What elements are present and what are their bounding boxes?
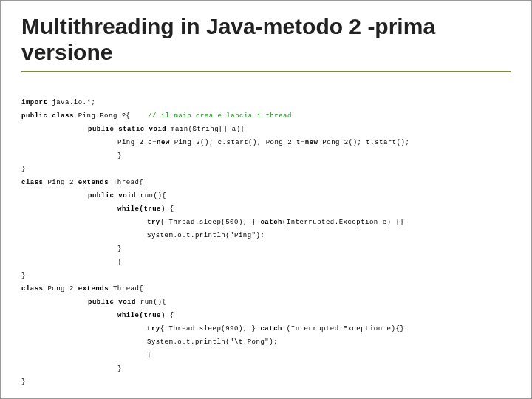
- txt: {: [166, 312, 174, 319]
- txt: run(){: [136, 192, 166, 200]
- kw-import: import: [21, 99, 47, 106]
- kw-public-class: public class: [21, 112, 74, 120]
- txt: Ping.Pong 2{: [74, 112, 131, 120]
- txt: System.out.println("Ping");: [21, 229, 265, 242]
- kw-extends: extends: [78, 179, 109, 186]
- txt: {: [166, 205, 174, 213]
- txt: { Thread.sleep(990); }: [160, 325, 261, 332]
- txt: System.out.println("\t.Pong");: [21, 335, 278, 349]
- txt: Ping 2 c=: [117, 139, 157, 146]
- txt: }: [21, 272, 26, 279]
- kw-new: new: [305, 139, 318, 146]
- kw-while: while(true): [117, 312, 166, 319]
- kw-public-void: public void: [88, 299, 136, 306]
- kw-catch: catch: [260, 325, 282, 332]
- txt: Thread{: [109, 179, 143, 186]
- kw-public-void: public void: [88, 192, 136, 200]
- kw-class: class: [21, 179, 44, 186]
- code-block: import java.io.*; public class Ping.Pong…: [21, 83, 511, 399]
- kw-catch: catch: [260, 219, 282, 226]
- txt: }: [21, 378, 26, 386]
- comment: // il main crea e lancia i thread: [148, 112, 292, 120]
- txt: Pong 2(); t.start();: [318, 139, 409, 146]
- kw-while: while(true): [117, 205, 166, 213]
- txt: java.io.*;: [47, 99, 95, 106]
- txt: }: [21, 349, 151, 362]
- txt: }: [21, 149, 122, 163]
- txt: run(){: [136, 299, 166, 306]
- txt: (Interrupted.Exception e){}: [282, 325, 404, 332]
- kw-try: try: [147, 219, 160, 226]
- txt: Pong 2: [44, 285, 78, 293]
- txt: main(String[] a){: [166, 126, 245, 133]
- txt: }: [21, 256, 122, 269]
- kw-new: new: [157, 139, 170, 146]
- txt: }: [21, 242, 122, 256]
- txt: { Thread.sleep(500); }: [160, 219, 261, 226]
- txt: (Interrupted.Exception e) {}: [282, 219, 404, 226]
- txt: }: [21, 362, 122, 375]
- txt: Ping 2: [44, 179, 78, 186]
- kw-try: try: [147, 325, 160, 332]
- kw-class: class: [21, 285, 44, 293]
- kw-extends: extends: [78, 285, 109, 293]
- txt: }: [21, 166, 26, 173]
- slide: Multithreading in Java-metodo 2 -prima v…: [0, 0, 532, 399]
- txt: Thread{: [109, 285, 143, 293]
- slide-title: Multithreading in Java-metodo 2 -prima v…: [21, 14, 511, 72]
- txt: Ping 2(); c.start(); Pong 2 t=: [170, 139, 305, 146]
- kw-psv: public static void: [88, 126, 166, 133]
